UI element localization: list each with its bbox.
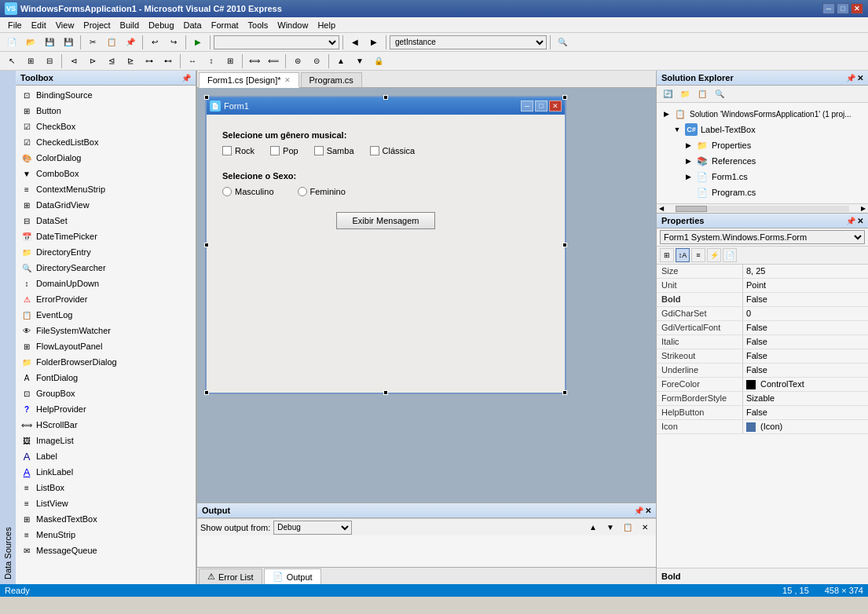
prop-proppage-button[interactable]: 📄: [723, 248, 737, 262]
menu-file[interactable]: File: [3, 19, 27, 31]
tree-programcs[interactable]: 📄 Program.cs: [660, 185, 865, 200]
tree-solution[interactable]: ▶ 📋 Solution 'WindowsFormsApplication1' …: [660, 106, 865, 122]
solution-explorer-hscroll[interactable]: ◀ ▶: [657, 203, 868, 213]
prop-value-underline[interactable]: False: [743, 364, 868, 377]
se-refresh-button[interactable]: 🔄: [660, 87, 676, 101]
se-filter-button[interactable]: 🔍: [712, 87, 727, 101]
prop-value-size[interactable]: 8, 25: [743, 265, 868, 278]
output-up-button[interactable]: ▲: [585, 521, 601, 535]
align-middle[interactable]: ⊶: [141, 53, 158, 69]
feminino-radio-input[interactable]: [298, 187, 307, 196]
toolbox-item-button[interactable]: ⊞ Button: [17, 103, 194, 119]
masculino-radio-input[interactable]: [222, 187, 232, 196]
properties-object-select[interactable]: Form1 System.Windows.Forms.Form: [660, 230, 865, 244]
hscroll-left-arrow[interactable]: ◀: [657, 204, 666, 214]
prop-properties-button[interactable]: ≡: [691, 248, 705, 262]
checkbox-pop[interactable]: Pop: [270, 146, 298, 155]
prop-events-button[interactable]: ⚡: [707, 248, 721, 262]
same-width[interactable]: ↔: [184, 53, 201, 69]
layer-back[interactable]: ▼: [351, 53, 368, 69]
layer-front[interactable]: ▲: [332, 53, 350, 69]
toolbox-item-fontdialog[interactable]: A FontDialog: [17, 370, 194, 386]
exibir-mensagem-button[interactable]: Exibir Mensagem: [336, 212, 436, 229]
prop-value-unit[interactable]: Point: [743, 279, 868, 292]
checkbox-rock[interactable]: Rock: [222, 146, 255, 155]
designer-area[interactable]: Contém Bits 📄 Form1 ─ □ ✕: [197, 88, 656, 503]
form1-maximize-button[interactable]: □: [535, 101, 548, 111]
prop-alphabetical-button[interactable]: ↕A: [676, 248, 690, 262]
solution-explorer-pin-icon[interactable]: 📌: [846, 74, 855, 82]
tab-program-cs[interactable]: Program.cs: [301, 72, 362, 87]
center-vert[interactable]: ⊝: [308, 53, 325, 69]
lock-button[interactable]: 🔒: [370, 53, 387, 69]
handle-tc[interactable]: [383, 95, 388, 100]
menu-edit[interactable]: Edit: [27, 19, 51, 31]
toolbox-item-hscrollbar[interactable]: ⟺ HScrollBar: [17, 417, 194, 433]
grid-button[interactable]: ⊟: [41, 53, 58, 69]
snap-button[interactable]: ⊞: [22, 53, 39, 69]
prop-value-strikeout[interactable]: False: [743, 349, 868, 363]
prop-value-fbs[interactable]: Sizable: [743, 392, 868, 405]
align-right[interactable]: ⊴: [103, 53, 120, 69]
menu-view[interactable]: View: [51, 19, 79, 31]
prop-value-gdicharset[interactable]: 0: [743, 307, 868, 320]
form1-minimize-button[interactable]: ─: [521, 101, 533, 111]
solution-explorer-close-icon[interactable]: ✕: [857, 74, 863, 82]
data-sources-tab[interactable]: Data Sources: [0, 71, 16, 584]
solution-expand-icon[interactable]: ▶: [661, 109, 671, 119]
output-clear-button[interactable]: ✕: [637, 521, 653, 535]
menu-data[interactable]: Data: [179, 19, 207, 31]
output-pin-icon[interactable]: 📌: [634, 506, 643, 515]
toolbox-item-dataset[interactable]: ⊟ DataSet: [17, 213, 194, 228]
toolbox-item-listview[interactable]: ≡ ListView: [17, 495, 194, 511]
close-button[interactable]: ✕: [851, 3, 863, 14]
toolbox-item-listbox[interactable]: ≡ ListBox: [17, 480, 194, 495]
prop-value-icon[interactable]: (Icon): [743, 420, 868, 433]
paste-button[interactable]: 📌: [122, 35, 139, 50]
menu-window[interactable]: Window: [273, 19, 313, 31]
output-source-combo[interactable]: Debug: [273, 521, 352, 535]
copy-button[interactable]: 📋: [103, 35, 120, 50]
toolbox-item-filesystemwatcher[interactable]: 👁 FileSystemWatcher: [17, 323, 194, 338]
rock-checkbox-input[interactable]: [222, 146, 232, 155]
toolbox-item-linklabel[interactable]: A LinkLabel: [17, 464, 194, 480]
toolbox-item-bindingsource[interactable]: ⊡ BindingSource: [17, 87, 194, 103]
output-copy-button[interactable]: 📋: [620, 521, 635, 535]
toolbox-item-groupbox[interactable]: ⊡ GroupBox: [17, 386, 194, 401]
handle-bl[interactable]: [204, 390, 209, 395]
project-expand-icon[interactable]: ▼: [672, 125, 682, 134]
form1-close-button[interactable]: ✕: [549, 101, 562, 111]
vert-space[interactable]: ⟸: [265, 53, 282, 69]
properties-close-icon[interactable]: ✕: [857, 217, 863, 225]
center-horiz[interactable]: ⊜: [289, 53, 306, 69]
output-down-button[interactable]: ▼: [602, 521, 618, 535]
horiz-space[interactable]: ⟺: [246, 53, 263, 69]
toolbox-item-helpprovider[interactable]: ? HelpProvider: [17, 401, 194, 417]
search-button[interactable]: 🔍: [554, 35, 571, 50]
handle-mr[interactable]: [562, 243, 567, 247]
handle-br[interactable]: [562, 390, 567, 395]
toolbox-item-checkedlistbox[interactable]: ☑ CheckedListBox: [17, 134, 194, 150]
tab-form1-close-icon[interactable]: ✕: [284, 76, 291, 84]
handle-bc[interactable]: [383, 390, 388, 395]
menu-help[interactable]: Help: [313, 19, 340, 31]
method-combo[interactable]: getInstance: [390, 35, 547, 49]
save-button[interactable]: 💾: [41, 35, 58, 50]
checkbox-classica[interactable]: Clássica: [370, 146, 416, 155]
properties-expand-icon[interactable]: ▶: [683, 141, 693, 150]
bottom-tab-output[interactable]: 📄 Output: [264, 568, 321, 584]
pop-checkbox-input[interactable]: [270, 146, 280, 155]
prop-value-gdivf[interactable]: False: [743, 321, 868, 334]
hscroll-track[interactable]: [676, 206, 849, 212]
tree-project[interactable]: ▼ C# Label-TextBox: [660, 122, 865, 137]
menu-debug[interactable]: Debug: [144, 19, 178, 31]
radio-feminino[interactable]: Feminino: [298, 187, 346, 196]
menu-tools[interactable]: Tools: [244, 19, 273, 31]
toolbox-item-eventlog[interactable]: 📋 EventLog: [17, 307, 194, 323]
save-all-button[interactable]: 💾: [60, 35, 77, 50]
prop-value-italic[interactable]: False: [743, 335, 868, 349]
maximize-button[interactable]: □: [837, 3, 849, 14]
toolbox-item-combobox[interactable]: ▼ ComboBox: [17, 166, 194, 181]
tree-form1cs[interactable]: ▶ 📄 Form1.cs: [660, 169, 865, 185]
form1cs-expand-icon[interactable]: ▶: [683, 172, 693, 181]
